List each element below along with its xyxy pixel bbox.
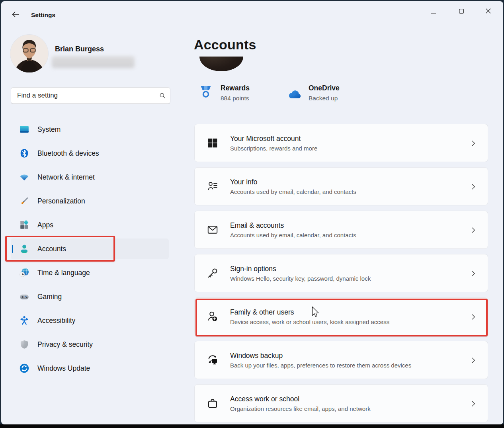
minimize-button[interactable] xyxy=(424,4,443,19)
sidebar-item-system[interactable]: System xyxy=(11,119,169,140)
card-title: Sign-in options xyxy=(230,265,371,273)
sidebar-nav: System Bluetooth & devices Network & int… xyxy=(11,119,169,382)
card-title: Your info xyxy=(230,178,356,186)
search-box[interactable] xyxy=(11,87,170,104)
person-add-icon xyxy=(207,311,219,322)
close-icon xyxy=(486,8,491,15)
sidebar-item-network-internet[interactable]: Network & internet xyxy=(11,167,169,188)
avatar xyxy=(10,35,48,72)
accounts-icon xyxy=(19,244,29,254)
hero-avatar-partial xyxy=(199,57,243,71)
minimize-icon xyxy=(431,8,436,15)
card-subtitle: Accounts used by email, calendar, and co… xyxy=(230,188,356,195)
card-title: Email & accounts xyxy=(230,221,356,230)
network-icon xyxy=(19,172,29,182)
sidebar-item-label: Accessibility xyxy=(37,317,75,325)
key-icon xyxy=(207,267,219,279)
card-your-info[interactable]: Your info Accounts used by email, calend… xyxy=(194,167,488,205)
page-title: Accounts xyxy=(194,37,256,53)
sidebar-item-gaming[interactable]: Gaming xyxy=(11,286,169,307)
chevron-right-icon xyxy=(469,182,477,193)
card-subtitle: Accounts used by email, calendar, and co… xyxy=(230,232,356,238)
microsoft-logo-icon xyxy=(207,137,219,149)
search-input[interactable] xyxy=(11,92,155,100)
sidebar-item-accounts[interactable]: Accounts xyxy=(11,238,169,259)
settings-card-list: Your Microsoft account Subscriptions, re… xyxy=(194,124,488,424)
back-arrow-icon xyxy=(11,10,20,20)
card-title: Windows backup xyxy=(230,352,411,360)
card-title: Your Microsoft account xyxy=(230,135,317,143)
sidebar-item-label: Privacy & security xyxy=(37,340,93,349)
card-subtitle: Back up your files, apps, preferences to… xyxy=(230,362,411,369)
maximize-button[interactable] xyxy=(452,4,471,19)
sidebar-item-windows-update[interactable]: Windows Update xyxy=(11,358,169,379)
card-subtitle: Subscriptions, rewards and more xyxy=(230,145,317,152)
chevron-right-icon xyxy=(469,313,477,323)
search-icon xyxy=(155,92,170,99)
card-title: Access work or school xyxy=(230,395,371,403)
card-windows-backup[interactable]: Windows backup Back up your files, apps,… xyxy=(194,341,488,379)
sidebar-item-apps[interactable]: Apps xyxy=(11,215,169,235)
windows-update-icon xyxy=(19,363,29,373)
privacy-security-icon xyxy=(19,339,29,350)
sidebar-item-time-language[interactable]: Time & language xyxy=(11,262,169,283)
gaming-icon xyxy=(19,291,29,302)
card-subtitle: Organization resources like email, apps,… xyxy=(230,405,371,412)
user-name: Brian Burgess xyxy=(55,45,104,53)
onedrive-label: OneDrive xyxy=(309,84,340,92)
time-language-icon xyxy=(19,268,29,278)
back-button[interactable] xyxy=(9,9,22,21)
rewards-label: Rewards xyxy=(221,84,250,92)
backup-sync-icon xyxy=(207,354,219,366)
close-button[interactable] xyxy=(479,4,497,19)
sidebar-item-label: Personalization xyxy=(37,197,85,205)
chevron-right-icon xyxy=(469,226,477,236)
sidebar-item-label: System xyxy=(37,125,61,134)
chevron-right-icon xyxy=(469,399,477,410)
envelope-icon xyxy=(207,224,219,236)
chevron-right-icon xyxy=(469,269,477,279)
settings-window: Settings Brian Burgess xyxy=(1,1,503,424)
card-sign-in-options[interactable]: Sign-in options Windows Hello, security … xyxy=(194,254,488,292)
sidebar-item-label: Bluetooth & devices xyxy=(37,149,99,158)
card-family-other-users[interactable]: Family & other users Device access, work… xyxy=(194,297,488,336)
contact-card-icon xyxy=(207,180,219,192)
system-icon xyxy=(19,124,29,135)
card-access-work-or-school[interactable]: Access work or school Organization resou… xyxy=(194,384,488,422)
rewards-summary[interactable]: Rewards 884 points xyxy=(199,84,250,102)
personalization-icon xyxy=(19,196,29,206)
onedrive-cloud-icon xyxy=(287,84,302,102)
card-subtitle: Windows Hello, security key, password, d… xyxy=(230,275,371,282)
briefcase-icon xyxy=(207,397,219,409)
accessibility-icon xyxy=(19,315,29,326)
rewards-medal-icon xyxy=(199,84,214,102)
sidebar-item-personalization[interactable]: Personalization xyxy=(11,191,169,211)
sidebar-item-privacy-security[interactable]: Privacy & security xyxy=(11,334,169,355)
card-your-microsoft-account[interactable]: Your Microsoft account Subscriptions, re… xyxy=(194,124,488,162)
mouse-cursor-icon xyxy=(310,306,320,320)
chevron-right-icon xyxy=(469,356,477,366)
sidebar-item-label: Accounts xyxy=(37,245,66,253)
onedrive-summary[interactable]: OneDrive Backed up xyxy=(287,84,340,102)
sidebar-item-label: Gaming xyxy=(37,293,62,301)
sidebar-item-label: Windows Update xyxy=(37,364,90,373)
rewards-points: 884 points xyxy=(221,95,250,102)
sidebar-item-accessibility[interactable]: Accessibility xyxy=(11,310,169,331)
window-title: Settings xyxy=(31,12,55,19)
card-email-accounts[interactable]: Email & accounts Accounts used by email,… xyxy=(194,211,488,249)
sidebar-item-label: Apps xyxy=(37,221,53,229)
user-email-blurred xyxy=(52,56,135,68)
sidebar-item-bluetooth-devices[interactable]: Bluetooth & devices xyxy=(11,143,169,164)
bluetooth-icon xyxy=(19,148,29,158)
sidebar-item-label: Network & internet xyxy=(37,173,95,182)
window-bottom-edge xyxy=(0,424,504,428)
maximize-icon xyxy=(459,8,464,15)
onedrive-status: Backed up xyxy=(309,95,340,102)
sidebar-item-label: Time & language xyxy=(37,269,90,277)
apps-icon xyxy=(19,220,29,230)
chevron-right-icon xyxy=(469,139,477,149)
